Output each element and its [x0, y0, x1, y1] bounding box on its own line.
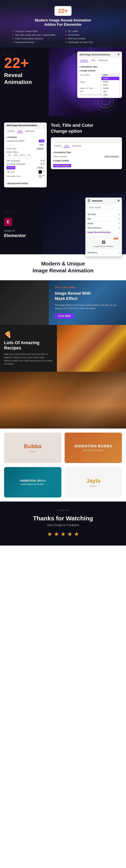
desc-typography-edit-icon[interactable]: ✎ ↺ — [41, 163, 44, 165]
panel-tabs-1: Content Style Advanced — [77, 58, 122, 64]
el-search-input[interactable] — [87, 206, 113, 209]
el-item-site[interactable]: Site ▶ — [87, 217, 120, 221]
el-widget-label: Image Reveal Animation — [89, 245, 118, 247]
feature-item-2: Text, title, Image and color Customizabl… — [12, 34, 61, 36]
thanks-dots-top — [4, 509, 122, 511]
border-type-row: Border Type Default — [6, 147, 44, 150]
badge-number: 22+ — [58, 8, 68, 14]
width-value[interactable]: 570 — [39, 144, 44, 146]
el-body: Text Path ▶ Site ▶ Single ▶ WooCommerce … — [85, 211, 122, 256]
panel-tab-advanced[interactable]: Advanced — [98, 59, 108, 62]
common-label: ▸ Common — [6, 136, 44, 138]
demo-label2: Animation — [4, 79, 36, 86]
title-label: Title — [80, 90, 83, 92]
title-color-controls: ↺ — [39, 170, 44, 174]
panel-tab-style[interactable]: Style — [90, 59, 96, 62]
dropdown-bubba[interactable]: Bubba — [101, 80, 119, 83]
dot2 — [60, 509, 61, 511]
title-typography-label: Title Typography — [6, 160, 20, 162]
options-right-tab-advanced[interactable]: Advanced — [71, 145, 82, 148]
bg-overlay-label: ▸ Background Overlay — [6, 182, 44, 185]
dot1 — [57, 509, 59, 511]
food-right — [57, 325, 126, 372]
dropdown-chico[interactable]: Chico — [101, 83, 119, 87]
select-animation-value[interactable]: Hover Animation — [104, 155, 120, 158]
image-label: Image — [80, 81, 85, 83]
desc-color-reset[interactable]: ↺ — [43, 175, 44, 178]
tab-hover[interactable]: Hover — [36, 166, 44, 169]
panel-settings-icon[interactable]: ⚙ — [118, 53, 120, 56]
demo-text: Reveal Animation — [4, 72, 36, 85]
title-color-reset[interactable]: ↺ — [43, 170, 44, 174]
options-tab-advanced[interactable]: Advanced — [25, 130, 35, 133]
corner-right-input[interactable] — [13, 156, 19, 159]
header-title: Modern Image Reveal AnimationAddon For E… — [4, 18, 122, 27]
hover-effect-dropdown[interactable]: Apollo Apollo Bubba Chico Goliath Jazz L… — [101, 73, 120, 77]
el-item-image-reveal[interactable]: Image Reveal Animation ▼ — [87, 230, 120, 235]
image-content-section2: ▸ Image Content — [53, 160, 120, 162]
el-widget-badge: New — [114, 238, 118, 240]
animations-type-section2: ▸ Animations Type — [53, 151, 120, 154]
options-section: Edit Image Reveal Animation Content Styl… — [0, 116, 126, 193]
options-tab-style[interactable]: Style — [17, 130, 23, 133]
panel-tab-content[interactable]: Content — [80, 59, 89, 62]
desc-color-swatch[interactable] — [39, 175, 42, 178]
dropdown-layla[interactable]: Layla — [101, 93, 119, 96]
title-color-swatch[interactable] — [39, 170, 42, 174]
tab-normal[interactable]: Normal — [6, 166, 15, 169]
el-chevron-single: ▶ — [119, 222, 120, 224]
demo-number: 22+ — [4, 56, 36, 70]
el-item-single[interactable]: Single ▶ — [87, 221, 120, 226]
corner-left: Left — [26, 154, 32, 159]
corner-top: Top — [6, 154, 12, 159]
title-typography-edit-icon[interactable]: ✎ ↺ — [41, 160, 44, 162]
el-close-icon[interactable]: ✕ — [117, 199, 120, 203]
options-tab-content[interactable]: Content — [6, 130, 15, 133]
corner-bottom-input[interactable] — [20, 156, 25, 159]
options-right-tab-style[interactable]: Style — [64, 145, 70, 148]
reveal-button[interactable]: CLICK HERE — [55, 313, 74, 319]
dropdown-apollo[interactable]: Apollo — [101, 77, 119, 80]
card-bubba-brand: Bubba — [24, 443, 42, 450]
dropdown-lily[interactable]: Lily — [101, 96, 119, 98]
card-bubba-text: Bubba — [24, 443, 42, 450]
panel-title-1: Edit Image Reveal Animation — [80, 53, 110, 56]
panel-body-1: ▸ Animations Type ▸ Image Content Hover … — [77, 64, 122, 98]
dropdown-jazz[interactable]: Jazz — [101, 90, 119, 93]
feature-item-5: 22+ styles — [65, 30, 114, 32]
dropdown-goliath[interactable]: Goliath — [101, 87, 119, 90]
hover-animation-badge: Hover Animation — [53, 164, 71, 167]
corner-left-input[interactable] — [26, 156, 32, 159]
reveal-demo-section: TAG LINE HERE Image Reveal WithMask Effe… — [0, 280, 126, 325]
container-max-width-label: Container Max Width? — [6, 140, 25, 142]
el-chevron-site: ▶ — [119, 218, 120, 220]
feature-item-4: Responsive Design — [12, 41, 61, 43]
el-chevron-woocommerce: ▶ — [119, 227, 120, 229]
corner-inputs: Top Right Bottom Left — [6, 154, 44, 159]
border-radius-label: Border Radius — [6, 151, 18, 153]
el-item-single-label: Single — [87, 222, 93, 224]
feature-item-1: Trendy & Unique Style — [12, 30, 61, 32]
modern-title-line2: Image Reveal Animation — [4, 267, 122, 274]
el-widget-card[interactable]: New 🖼 Image Reveal Animation — [87, 236, 120, 249]
el-item-wordpress[interactable]: WordPress ▶ — [87, 250, 120, 255]
options-panel-right: Edit Image Reveal Animation Content Styl… — [51, 137, 122, 169]
options-right-tab-content[interactable]: Content — [53, 145, 62, 148]
card-jayla-light: Jayla Design # — [65, 467, 122, 497]
el-item-woocommerce[interactable]: WooCommerce ▶ — [87, 226, 120, 230]
elementor-left: E Design for Elementor — [0, 193, 43, 254]
hover-effect-select[interactable]: Apollo — [101, 73, 120, 77]
modern-title-line1: Modern & Unique — [4, 260, 122, 267]
el-menu-icon[interactable]: ☰ — [87, 199, 90, 203]
corner-top-input[interactable] — [6, 156, 12, 159]
hover-effect-row: Hover Effect Apollo Apollo Bubba Chico G… — [80, 73, 120, 77]
reveal-overlay: TAG LINE HERE Image Reveal WithMask Effe… — [49, 280, 126, 325]
border-type-value[interactable]: Default — [36, 147, 44, 150]
el-item-text-path[interactable]: Text Path ▶ — [87, 212, 120, 217]
image-alt-label: Image ALT Tag © — [80, 87, 94, 89]
width-row: ——— 570 — [6, 144, 44, 146]
demo-left: 22+ Reveal Animation — [0, 48, 41, 116]
image-content-section: ▸ Image Content — [80, 69, 120, 72]
food-left: 🍕 Lots Of Amazing Recipes Take your cook… — [0, 325, 57, 372]
container-max-width-value[interactable]: Yes — [39, 140, 44, 143]
